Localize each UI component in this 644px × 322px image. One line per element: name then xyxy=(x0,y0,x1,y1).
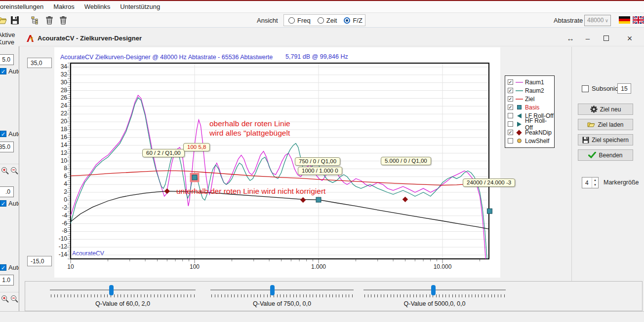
dialog-title: AcourateCV - Zielkurven-Designer xyxy=(38,35,142,42)
abtastrate-select[interactable]: 48000 ∨ xyxy=(584,15,611,26)
zoom-in-icon[interactable] xyxy=(1,295,9,305)
marker-square[interactable] xyxy=(192,175,197,180)
save-icon[interactable] xyxy=(10,15,20,25)
menu-item-weblinks[interactable]: Weblinks xyxy=(80,2,116,11)
slider-track[interactable] xyxy=(210,289,354,290)
checkbox-unchecked-icon[interactable] xyxy=(508,138,513,143)
legend-item-ziel[interactable]: ✓Ziel xyxy=(508,95,554,103)
marker-tooltip: 24000 / 24.000 -3 xyxy=(463,179,515,187)
legend-item-raum1[interactable]: ✓Raum1 xyxy=(508,78,554,86)
legend-item-raum2[interactable]: ✓Raum2 xyxy=(508,86,554,95)
checkbox-checked-icon[interactable]: ✓ xyxy=(508,88,513,93)
maximize-button[interactable] xyxy=(604,36,609,41)
ziel-speichern-button[interactable]: Ziel speichern xyxy=(578,134,633,145)
slider-thumb[interactable] xyxy=(431,285,436,295)
checkbox-checked-icon[interactable]: ✓ xyxy=(508,105,513,110)
y-min-input[interactable]: -15,0 xyxy=(27,256,52,266)
subsonic-checkbox[interactable]: Subsonic xyxy=(582,85,618,92)
curve-value-top-input[interactable]: 5.0 xyxy=(0,54,14,65)
legend-item-lowshelf[interactable]: LowShelf xyxy=(508,137,554,145)
square-symbol-icon xyxy=(515,105,523,109)
legend-label: LowShelf xyxy=(525,138,549,144)
chart-legend: ✓Raum1✓Raum2✓Ziel✓BasisLF Roll-OffHF Rol… xyxy=(505,75,555,148)
auto-checkbox-row-2[interactable]: ✓Auto xyxy=(0,130,19,138)
slider-thumb[interactable] xyxy=(270,285,275,295)
checkbox-checked-icon[interactable]: ✓ xyxy=(508,96,513,102)
slider-tickmarks xyxy=(51,294,195,297)
ziel-laden-button[interactable]: Ziel laden xyxy=(578,119,633,130)
annotation-text-1: oberhalb der roten Linie wird alles "pla… xyxy=(209,119,290,138)
delete-curve-icon[interactable] xyxy=(44,15,54,25)
uk-flag-icon[interactable] xyxy=(633,16,643,26)
abtastrate-label: Abtastrate xyxy=(554,17,583,24)
marker-diamond[interactable] xyxy=(300,197,306,203)
divider xyxy=(0,292,19,292)
delete-all-icon[interactable] xyxy=(58,15,68,25)
zoom-out-icon[interactable] xyxy=(10,295,19,305)
y-tick-label: 0 xyxy=(52,196,67,203)
minimize-button[interactable]: – xyxy=(580,33,595,44)
stepper-arrows-icon[interactable]: ▲▼ xyxy=(592,178,598,188)
y-tick-label: 14 xyxy=(52,142,67,148)
checkbox-checked-icon: ✓ xyxy=(0,200,6,207)
beenden-button[interactable]: Beenden xyxy=(578,149,633,161)
slider-track[interactable] xyxy=(50,289,196,290)
annotation-text-2: unterhalb der roten Linie wird nicht kor… xyxy=(176,186,325,196)
menu-item-makros[interactable]: Makros xyxy=(48,2,80,11)
triangle-left-symbol-icon xyxy=(515,113,523,118)
marker-size-stepper[interactable]: 4 ▲▼ xyxy=(582,177,599,188)
marker-size-value: 4 xyxy=(585,179,589,186)
y-tick-label: 28 xyxy=(52,87,67,94)
curve-value-mid-input[interactable]: 35.0 xyxy=(0,142,14,152)
radio-f-z[interactable]: F/Z xyxy=(344,17,362,24)
divider xyxy=(571,47,572,311)
chevron-down-icon: ∨ xyxy=(605,18,608,23)
marker-diamond[interactable] xyxy=(402,197,408,202)
auto-checkbox-row-3[interactable]: ✓Auto xyxy=(0,200,19,207)
menu-item-oreinstellungen[interactable]: oreinstellungen xyxy=(0,2,48,11)
marker-square[interactable] xyxy=(316,197,321,202)
slider-label: Q-Value of 5000,0, 0,0 xyxy=(363,300,506,307)
zoom-in-icon[interactable] xyxy=(1,167,9,177)
open-folder-icon[interactable] xyxy=(0,15,7,25)
marker-square[interactable] xyxy=(487,209,492,214)
curve-list-icon[interactable] xyxy=(31,15,40,25)
y-tick-label: 2 xyxy=(52,188,67,195)
close-button[interactable]: × xyxy=(622,33,637,44)
radio-zeit[interactable]: Zeit xyxy=(318,17,337,24)
x-tick-label: 10.000 xyxy=(425,263,460,270)
y-tick-label: 18 xyxy=(52,126,67,133)
radio-freq[interactable]: Freq xyxy=(288,17,311,24)
y-tick-label: -6 xyxy=(52,220,67,227)
checkbox-checked-icon[interactable]: ✓ xyxy=(508,130,513,135)
legend-item-basis[interactable]: ✓Basis xyxy=(508,103,554,111)
triangle-right-symbol-icon xyxy=(515,122,523,127)
marker-diamond[interactable] xyxy=(164,188,170,194)
plot-area[interactable] xyxy=(61,59,495,271)
y-max-input[interactable]: 35,0 xyxy=(27,58,52,68)
curve-value-low-input[interactable]: .0 xyxy=(0,186,14,197)
radio-selected-icon xyxy=(344,17,350,24)
zoom-out-icon[interactable] xyxy=(10,167,19,177)
checkbox-unchecked-icon[interactable] xyxy=(508,121,513,127)
legend-label: Basis xyxy=(525,104,539,111)
auto-checkbox-row-1[interactable]: ✓Auto xyxy=(0,68,19,75)
german-flag-icon[interactable] xyxy=(619,16,629,26)
dock-button[interactable]: ↔ xyxy=(563,33,578,44)
checkbox-unchecked-icon[interactable] xyxy=(508,113,513,118)
legend-item-peakndip[interactable]: ✓PeakNDip xyxy=(508,128,554,137)
checkbox-checked-icon[interactable]: ✓ xyxy=(508,79,513,85)
line-symbol-icon xyxy=(515,81,523,83)
line-symbol-icon xyxy=(515,98,523,100)
toolbar: Ansicht FreqZeitF/Z Abtastrate 48000 ∨ xyxy=(0,13,644,28)
legend-item-hf-roll-off[interactable]: HF Roll-Off xyxy=(508,120,554,128)
slider-thumb[interactable] xyxy=(109,285,114,295)
ansicht-label: Ansicht xyxy=(257,17,278,24)
subsonic-value-input[interactable]: 15 xyxy=(617,83,631,94)
ziel-neu-button[interactable]: Ziel neu xyxy=(578,104,633,115)
legend-label: Raum1 xyxy=(525,79,544,86)
menu-item-unterstützung[interactable]: Unterstützung xyxy=(115,2,165,11)
y-tick-label: -10 xyxy=(52,235,67,242)
curve-value-bottom-input[interactable]: 1.0 xyxy=(0,275,14,286)
auto-checkbox-row-4[interactable]: ✓Auto xyxy=(0,264,19,271)
